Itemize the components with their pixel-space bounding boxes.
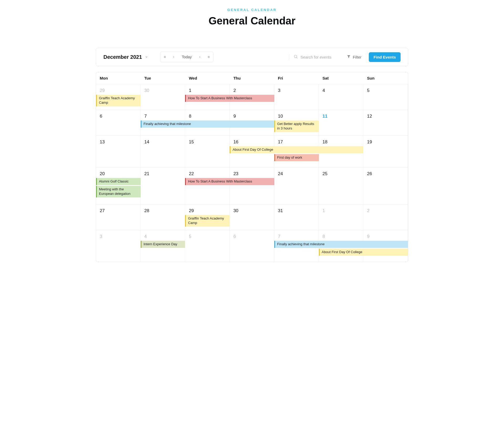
day-number: 30: [144, 88, 185, 93]
day-number: 20: [100, 171, 140, 176]
day-number: 13: [100, 139, 140, 145]
calendar-day[interactable]: 15: [185, 136, 230, 167]
calendar-week: 20212223242526Alumni Golf ClassicMeeting…: [96, 168, 408, 205]
day-number: 10: [278, 114, 319, 119]
calendar-week: 3456789Intern Experience DayFinally achi…: [96, 230, 408, 262]
calendar-day[interactable]: 30: [230, 205, 274, 230]
chevron-down-icon: [145, 55, 148, 59]
day-number: 29: [189, 208, 229, 213]
calendar-day[interactable]: 6: [96, 110, 141, 135]
day-number: 27: [100, 208, 140, 213]
day-number: 30: [233, 208, 274, 213]
day-number: 4: [144, 234, 185, 239]
weekday-header: Thu: [230, 72, 274, 84]
day-number: 23: [233, 171, 274, 176]
search-wrap: [289, 54, 339, 60]
calendar-day[interactable]: 23: [230, 168, 274, 204]
day-number: 16: [233, 139, 274, 145]
day-number: 7: [144, 114, 185, 119]
day-number: 15: [189, 139, 229, 145]
calendar-day[interactable]: 5: [363, 84, 408, 110]
calendar-day[interactable]: 14: [141, 136, 185, 167]
calendar-day[interactable]: 4: [319, 84, 364, 110]
day-number: 9: [367, 234, 408, 239]
calendar-day[interactable]: 13: [96, 136, 141, 167]
calendar-day[interactable]: 25: [319, 168, 364, 204]
calendar-event[interactable]: About First Day Of College: [319, 249, 408, 256]
day-number: 18: [323, 139, 363, 145]
calendar-day[interactable]: 3: [274, 84, 319, 110]
day-number: 21: [144, 171, 185, 176]
today-button[interactable]: Today: [178, 52, 195, 62]
calendar-day[interactable]: 11: [319, 110, 364, 135]
calendar-day[interactable]: 19: [363, 136, 408, 167]
calendar-day[interactable]: 2: [363, 205, 408, 230]
day-number: 1: [189, 88, 229, 93]
calendar-event[interactable]: Meeting with the European delegation: [96, 186, 141, 197]
day-number: 1: [323, 208, 363, 213]
prev-year-button[interactable]: [160, 52, 169, 62]
calendar-day[interactable]: 30: [141, 84, 185, 110]
current-month-label: December 2021: [103, 54, 142, 60]
calendar-day[interactable]: 6: [230, 230, 274, 262]
svg-point-0: [294, 55, 297, 58]
day-number: 25: [323, 171, 363, 176]
day-number: 12: [367, 114, 408, 119]
calendar-day[interactable]: 1: [319, 205, 364, 230]
calendar-event[interactable]: Intern Experience Day: [141, 241, 185, 248]
month-picker[interactable]: December 2021: [103, 54, 148, 60]
weekday-header: Sat: [319, 72, 364, 84]
filter-icon: [347, 55, 351, 59]
filter-button[interactable]: Filter: [347, 55, 361, 59]
calendar-grid: MonTueWedThuFriSatSun 293012345Graiffin …: [96, 72, 408, 262]
calendar-day[interactable]: 12: [363, 110, 408, 135]
weekday-header: Fri: [274, 72, 319, 84]
calendar-event[interactable]: First day of work: [274, 154, 319, 161]
calendar-day[interactable]: 26: [363, 168, 408, 204]
day-number: 6: [100, 114, 140, 119]
calendar-day[interactable]: 28: [141, 205, 185, 230]
calendar-day[interactable]: 3: [96, 230, 141, 262]
weekday-header: Mon: [96, 72, 141, 84]
find-events-button[interactable]: Find Events: [369, 52, 401, 62]
prev-month-button[interactable]: [169, 52, 178, 62]
weekday-header: Wed: [185, 72, 230, 84]
day-number: 24: [278, 171, 319, 176]
next-year-button[interactable]: [204, 52, 213, 62]
weekday-header: Sun: [363, 72, 408, 84]
next-month-button[interactable]: [195, 52, 204, 62]
section-eyebrow: GENERAL CALENDAR: [96, 8, 408, 12]
calendar-event[interactable]: Graiffin Teach Academy Camp: [96, 95, 141, 106]
calendar-day[interactable]: 22: [185, 168, 230, 204]
calendar-day[interactable]: 31: [274, 205, 319, 230]
calendar-event[interactable]: Finally achieving that milestone: [141, 121, 274, 128]
day-number: 3: [278, 88, 319, 93]
day-number: 17: [278, 139, 319, 145]
calendar-day[interactable]: 5: [185, 230, 230, 262]
day-number: 6: [233, 234, 274, 239]
search-input[interactable]: [300, 55, 339, 60]
day-number: 4: [323, 88, 363, 93]
calendar-event[interactable]: How To Start A Business With Masterclass: [185, 178, 274, 185]
weekday-header-row: MonTueWedThuFriSatSun: [96, 72, 408, 84]
day-number: 29: [100, 88, 140, 93]
svg-line-1: [296, 58, 297, 58]
calendar-event[interactable]: Graiffin Teach Academy Camp: [185, 215, 230, 227]
day-number: 14: [144, 139, 185, 145]
calendar-event[interactable]: How To Start A Business With Masterclass: [185, 95, 274, 102]
calendar-event[interactable]: Get Better apply Results in 3 hours: [274, 121, 319, 132]
date-nav-group: Today: [160, 52, 213, 62]
calendar-day[interactable]: 27: [96, 205, 141, 230]
calendar-day[interactable]: 21: [141, 168, 185, 204]
calendar-day[interactable]: 24: [274, 168, 319, 204]
calendar-toolbar: December 2021 Today: [96, 48, 408, 66]
day-number: 3: [100, 234, 140, 239]
calendar-event[interactable]: Finally achieving that milestone: [274, 241, 408, 248]
day-number: 2: [367, 208, 408, 213]
filter-label: Filter: [353, 55, 361, 59]
weekday-header: Tue: [141, 72, 185, 84]
day-number: 9: [233, 114, 274, 119]
calendar-event[interactable]: Alumni Golf Classic: [96, 178, 141, 185]
calendar-week: 6789101112Finally achieving that milesto…: [96, 110, 408, 136]
calendar-event[interactable]: About First Day Of College: [230, 146, 363, 153]
